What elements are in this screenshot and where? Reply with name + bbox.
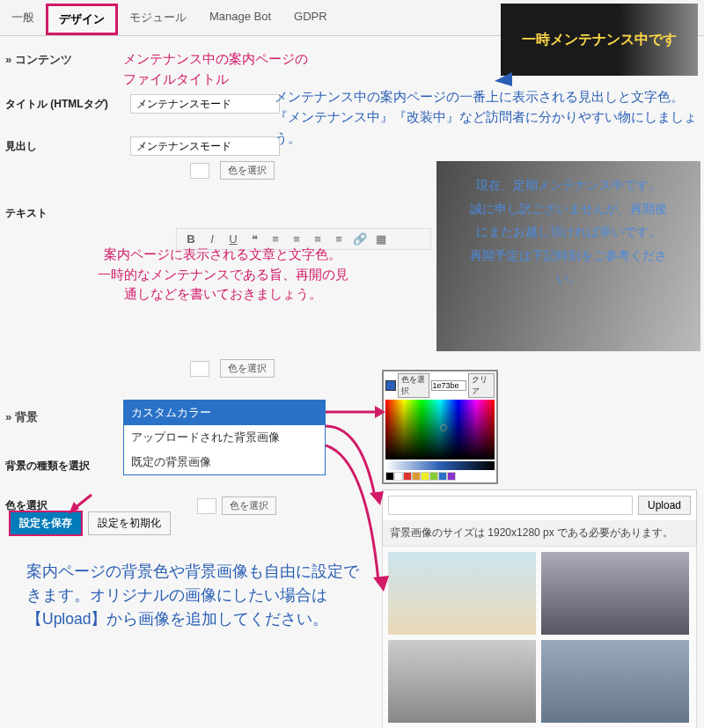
annotation-filetitle: メンテナンス中の案内ページの ファイルタイトル bbox=[123, 49, 308, 89]
link-icon[interactable]: 🔗 bbox=[353, 232, 367, 246]
more-icon[interactable]: ▦ bbox=[374, 232, 388, 246]
svg-marker-2 bbox=[375, 406, 385, 418]
upload-panel: Upload 背景画像のサイズは 1920x1280 px である必要があります… bbox=[382, 489, 697, 547]
gallery-thumb-2[interactable] bbox=[541, 552, 689, 635]
label-title: タイトル (HTMLタグ) bbox=[5, 97, 120, 112]
bold-icon[interactable]: B bbox=[184, 232, 198, 246]
input-title[interactable] bbox=[130, 94, 280, 114]
svg-marker-4 bbox=[373, 576, 389, 592]
preview-header-text: 一時メンテナンス中です bbox=[522, 31, 677, 49]
cp-current-swatch bbox=[385, 380, 396, 391]
arrow-icon-3 bbox=[326, 440, 396, 599]
svg-marker-0 bbox=[495, 72, 512, 86]
quote-icon[interactable]: ❝ bbox=[247, 232, 261, 246]
cp-hue-slider[interactable] bbox=[385, 461, 495, 470]
underline-icon[interactable]: U bbox=[226, 232, 240, 246]
text-color-btn[interactable]: 色を選択 bbox=[220, 359, 275, 378]
preview-header: 一時メンテナンス中です bbox=[501, 4, 698, 76]
dropdown-default-bg[interactable]: 既定の背景画像 bbox=[124, 450, 325, 474]
upload-hint: 背景画像のサイズは 1920x1280 px である必要があります。 bbox=[383, 520, 696, 546]
save-button[interactable]: 設定を保存 bbox=[9, 511, 83, 536]
cp-gradient[interactable] bbox=[385, 400, 495, 460]
arrow-icon-1 bbox=[326, 403, 385, 421]
label-bgtype: 背景の種類を選択 bbox=[5, 459, 120, 474]
label-heading: 見出し bbox=[5, 139, 120, 154]
annotation-background: 案内ページの背景色や背景画像も自由に設定できます。オリジナルの画像にしたい場合は… bbox=[26, 560, 361, 631]
tab-general[interactable]: 一般 bbox=[0, 4, 46, 35]
list-icon[interactable]: ≡ bbox=[332, 232, 346, 246]
alignleft-icon[interactable]: ≡ bbox=[268, 232, 282, 246]
cp-cursor[interactable] bbox=[440, 424, 447, 431]
triangle-icon bbox=[495, 72, 512, 86]
bg-gallery bbox=[382, 546, 697, 728]
alignright-icon[interactable]: ≡ bbox=[311, 232, 325, 246]
heading-color-btn[interactable]: 色を選択 bbox=[220, 161, 275, 180]
arrow-icon-save bbox=[69, 493, 95, 514]
italic-icon[interactable]: I bbox=[205, 232, 219, 246]
dropdown-uploaded-bg[interactable]: アップロードされた背景画像 bbox=[124, 425, 325, 450]
tab-design[interactable]: デザイン bbox=[46, 4, 118, 35]
input-heading[interactable] bbox=[130, 136, 280, 156]
reset-button[interactable]: 設定を初期化 bbox=[88, 511, 171, 535]
label-text: テキスト bbox=[5, 206, 120, 221]
cp-hex-input[interactable] bbox=[431, 380, 466, 391]
preview-body-text: 現在、定期メンテナンス中です。 誠に申し訳ございませんが、再開後 にまたお越し頂… bbox=[470, 178, 667, 285]
text-color-swatch[interactable] bbox=[190, 361, 209, 377]
bg-type-dropdown[interactable]: カスタムカラー アップロードされた背景画像 既定の背景画像 bbox=[123, 400, 326, 475]
svg-marker-6 bbox=[69, 502, 79, 514]
tab-gdpr[interactable]: GDPR bbox=[282, 4, 339, 35]
cp-swatches[interactable] bbox=[385, 472, 495, 481]
dropdown-custom-color[interactable]: カスタムカラー bbox=[124, 401, 325, 425]
annotation-text: 案内ページに表示される文章と文字色。 一時的なメンテナンスである旨、再開の見 通… bbox=[16, 245, 429, 305]
heading-color-swatch[interactable] bbox=[190, 163, 209, 179]
cp-label[interactable]: 色を選択 bbox=[398, 373, 430, 398]
upload-path-input[interactable] bbox=[388, 496, 633, 515]
bg-color-swatch[interactable] bbox=[197, 498, 216, 514]
gallery-thumb-1[interactable] bbox=[388, 552, 536, 635]
tab-managebot[interactable]: Manage Bot bbox=[198, 4, 282, 35]
preview-body: 現在、定期メンテナンス中です。 誠に申し訳ございませんが、再開後 にまたお越し頂… bbox=[436, 161, 700, 351]
upload-button[interactable]: Upload bbox=[638, 496, 691, 515]
aligncenter-icon[interactable]: ≡ bbox=[290, 232, 304, 246]
gallery-thumb-3[interactable] bbox=[388, 640, 536, 723]
annotation-heading: メンテナンス中の案内ページの一番上に表示される見出しと文字色。『メンテナンス中』… bbox=[275, 86, 697, 148]
tab-module[interactable]: モジュール bbox=[118, 4, 198, 35]
gallery-thumb-4[interactable] bbox=[541, 640, 689, 723]
bg-color-btn[interactable]: 色を選択 bbox=[222, 496, 276, 515]
cp-clear[interactable]: クリア bbox=[468, 373, 495, 398]
color-picker[interactable]: 色を選択 クリア bbox=[382, 370, 498, 484]
